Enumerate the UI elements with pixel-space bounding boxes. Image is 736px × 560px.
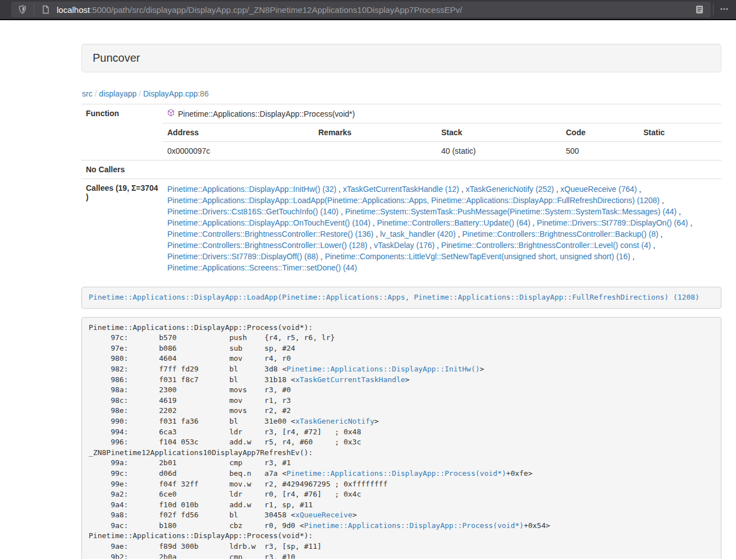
reader-mode-icon[interactable] — [693, 3, 706, 16]
urlbar-divider — [34, 4, 34, 15]
callee-link[interactable]: Pinetime::Applications::DisplayApp::Load… — [167, 196, 660, 205]
breadcrumb-separator: / — [136, 89, 143, 98]
details-row: AddressRemarksStackCodeStatic 0x0000097c… — [81, 123, 721, 160]
callee-link[interactable]: Pinetime::Drivers::St7789::DisplayOff() … — [167, 252, 318, 261]
callee-separator: , — [659, 229, 663, 238]
highlighted-symbol-link[interactable]: Pinetime::Applications::DisplayApp::Load… — [89, 293, 700, 301]
callee-separator: , — [531, 218, 537, 227]
symbol-table: Function Pinetime::Applications::Display… — [81, 104, 721, 278]
callee-separator: , — [630, 252, 635, 261]
callee-link[interactable]: Pinetime::Applications::DisplayApp::OnTo… — [167, 218, 371, 227]
app-header-panel: Puncover — [81, 44, 721, 72]
more-icon[interactable] — [716, 4, 733, 15]
details-header-row: AddressRemarksStackCodeStatic — [163, 123, 721, 142]
breadcrumb-link[interactable]: DisplayApp.cpp — [143, 89, 198, 98]
callee-separator: , — [339, 207, 345, 216]
callee-separator: , — [651, 241, 655, 250]
callee-link[interactable]: Pinetime::Controllers::BrightnessControl… — [441, 241, 651, 250]
function-label: Function — [81, 104, 163, 123]
callee-link[interactable]: Pinetime::Applications::DisplayApp::Init… — [167, 185, 336, 194]
callee-separator: , — [459, 185, 466, 194]
callee-link[interactable]: xQueueReceive (764) — [560, 185, 637, 194]
page-body: Puncover src / displayapp / DisplayApp.c… — [0, 20, 736, 559]
callee-link[interactable]: Pinetime::Controllers::BrightnessControl… — [462, 229, 658, 238]
callees-row: Callees (19, Σ=3704 ) Pinetime::Applicat… — [81, 179, 721, 279]
callee-separator: , — [456, 229, 463, 238]
callee-separator: , — [371, 218, 377, 227]
page-icon[interactable] — [39, 3, 52, 16]
callee-link[interactable]: Pinetime::Drivers::Cst816S::GetTouchInfo… — [167, 207, 339, 216]
function-row: Function Pinetime::Applications::Display… — [81, 104, 721, 123]
callee-separator: , — [660, 196, 664, 205]
assembly-code: Pinetime::Applications::DisplayApp::Proc… — [89, 323, 550, 559]
page-title: Puncover — [93, 52, 710, 65]
detail-cell: 0x0000097c — [163, 142, 314, 160]
details-table: AddressRemarksStackCodeStatic 0x0000097c… — [163, 123, 721, 160]
callee-link[interactable]: lv_task_handler (420) — [380, 229, 456, 238]
column-header: Remarks — [314, 123, 437, 142]
breadcrumb-line-number: :86 — [198, 89, 208, 98]
content-container: Puncover src / displayapp / DisplayApp.c… — [81, 20, 721, 559]
callee-separator: , — [554, 185, 561, 194]
callers-row: No Callers — [81, 160, 721, 179]
function-symbol-name: Pinetime::Applications::DisplayApp::Proc… — [178, 109, 355, 118]
callee-link[interactable]: Pinetime::System::SystemTask::PushMessag… — [345, 207, 677, 216]
asm-symbol-link[interactable]: xTaskGetCurrentTaskHandle — [295, 375, 405, 384]
asm-symbol-link[interactable]: xTaskGenericNotify — [295, 417, 374, 425]
detail-cell: 500 — [561, 142, 639, 160]
callee-separator: , — [676, 207, 681, 216]
callee-link[interactable]: Pinetime::Components::LittleVgl::SetNewT… — [325, 252, 630, 261]
url-bar[interactable]: localhost:5000/path/src/displayapp/Displ… — [11, 2, 711, 17]
breadcrumb: src / displayapp / DisplayApp.cpp:86 — [82, 89, 721, 98]
column-header: Code — [561, 123, 639, 142]
callees-label: Callees (19, Σ=3704 ) — [81, 179, 163, 279]
shield-icon[interactable] — [16, 3, 29, 16]
callee-separator: , — [688, 218, 693, 227]
details-data-row: 0x0000097c40 (static)500 — [163, 142, 721, 160]
breadcrumb-link[interactable]: src — [82, 89, 93, 98]
breadcrumb-separator: / — [93, 89, 99, 98]
callee-link[interactable]: vTaskDelay (176) — [374, 241, 435, 250]
asm-symbol-link[interactable]: xQueueReceive — [295, 511, 353, 519]
column-header: Static — [639, 123, 721, 142]
url-text[interactable]: localhost:5000/path/src/displayapp/Displ… — [57, 5, 693, 15]
callee-link[interactable]: Pinetime::Drivers::St7789::DisplayOn() (… — [537, 218, 688, 227]
column-header: Address — [163, 123, 314, 142]
callee-separator: , — [336, 185, 343, 194]
callee-separator: , — [373, 229, 380, 238]
breadcrumb-link[interactable]: displayapp — [99, 89, 136, 98]
detail-cell — [314, 142, 437, 160]
callee-link[interactable]: xTaskGetCurrentTaskHandle (12) — [343, 185, 459, 194]
callee-separator: , — [367, 241, 374, 250]
callee-link[interactable]: Pinetime::Controllers::BrightnessControl… — [167, 229, 373, 238]
browser-toolbar: localhost:5000/path/src/displayapp/Displ… — [0, 0, 736, 20]
url-path: :5000/path/src/displayapp/DisplayApp.cpp… — [90, 5, 462, 15]
callee-separator: , — [435, 241, 441, 250]
callee-link[interactable]: Pinetime::Controllers::Battery::Update()… — [377, 218, 531, 227]
detail-cell: 40 (static) — [437, 142, 561, 160]
url-host: localhost — [57, 5, 90, 15]
assembly-listing: Pinetime::Applications::DisplayApp::Proc… — [81, 317, 721, 559]
symbol-cube-icon — [167, 109, 175, 118]
detail-cell — [639, 142, 721, 160]
toolbar-divider — [713, 4, 714, 15]
asm-symbol-link[interactable]: Pinetime::Applications::DisplayApp::Proc… — [304, 521, 524, 530]
callee-link[interactable]: xTaskGenericNotify (252) — [465, 185, 554, 194]
callers-label: No Callers — [81, 160, 163, 179]
callee-separator: , — [318, 252, 325, 261]
callee-link[interactable]: Pinetime::Controllers::BrightnessControl… — [167, 241, 367, 250]
asm-symbol-link[interactable]: Pinetime::Applications::DisplayApp::Init… — [286, 365, 479, 373]
callee-link[interactable]: Pinetime::Applications::Screens::Timer::… — [167, 263, 357, 272]
callees-list: Pinetime::Applications::DisplayApp::Init… — [163, 179, 721, 279]
callee-separator: , — [637, 185, 641, 194]
column-header: Stack — [437, 123, 561, 142]
highlighted-symbol-box: Pinetime::Applications::DisplayApp::Load… — [81, 287, 721, 309]
asm-symbol-link[interactable]: Pinetime::Applications::DisplayApp::Proc… — [286, 469, 506, 478]
